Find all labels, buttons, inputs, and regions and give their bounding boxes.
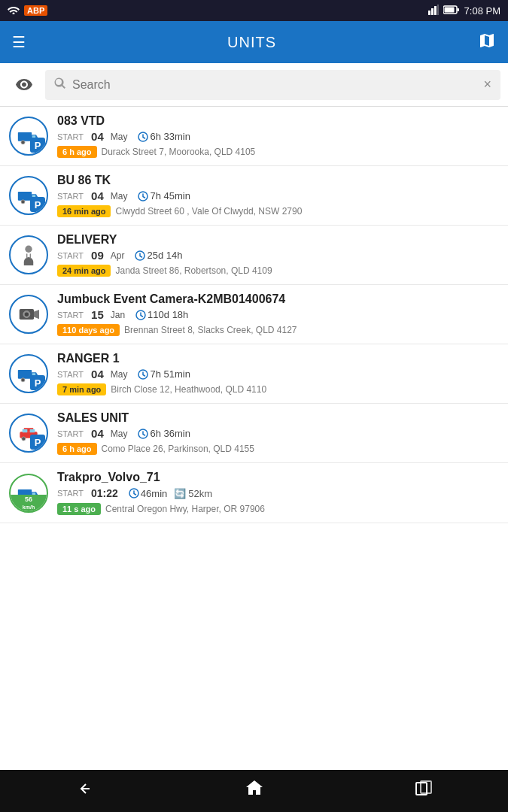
status-bar-left: ABP <box>8 5 47 17</box>
unit-time-address: 16 min ago Clwydd Street 60 , Vale Of Cl… <box>57 205 499 217</box>
time-badge: 6 h ago <box>57 146 97 158</box>
svg-rect-6 <box>457 8 459 11</box>
unit-address: Clwydd Street 60 , Vale Of Clwydd, NSW 2… <box>115 206 302 217</box>
page-title: UNITS <box>227 34 276 51</box>
unit-row[interactable]: P BU 86 TK START 04May 7h 45min 16 min a… <box>0 166 508 226</box>
abp-icon: ABP <box>24 5 47 16</box>
unit-meta: START 04May 6h 36min <box>57 427 499 440</box>
home-button[interactable] <box>229 771 280 811</box>
svg-point-13 <box>21 200 25 204</box>
time-display: 7:08 PM <box>464 5 500 17</box>
search-input[interactable] <box>72 78 483 92</box>
top-bar: ☰ UNITS <box>0 21 508 63</box>
time-badge: 24 min ago <box>57 265 111 277</box>
unit-name: 083 VTD <box>57 114 499 128</box>
unit-time-address: 6 h ago Como Place 26, Parkinson, QLD 41… <box>57 443 499 455</box>
unit-meta: START 04May 7h 51min <box>57 368 499 380</box>
unit-row[interactable]: DELIVERY START 09Apr 25d 14h 24 min ago … <box>0 226 508 285</box>
unit-time-address: 24 min ago Janda Street 86, Robertson, Q… <box>57 265 499 277</box>
svg-marker-24 <box>34 310 39 319</box>
parking-icon: P <box>30 197 45 212</box>
unit-row[interactable]: P SALES UNIT START 04May 6h 36min 6 h ag… <box>0 404 508 463</box>
time-badge: 7 min ago <box>57 383 106 395</box>
wifi-icon <box>8 5 20 17</box>
svg-point-34 <box>22 437 26 441</box>
svg-rect-1 <box>431 8 433 15</box>
unit-meta: START 01:22 46min 🔄 52km <box>57 486 499 500</box>
parking-icon: P <box>30 375 45 390</box>
svg-point-8 <box>21 141 25 144</box>
unit-meta: START 04May 6h 33min <box>57 130 499 143</box>
unit-time-address: 6 h ago Durack Street 7, Moorooka, QLD 4… <box>57 146 499 158</box>
svg-rect-19 <box>30 253 32 258</box>
unit-meta: START 09Apr 25d 14h <box>57 249 499 262</box>
speed-badge: 56km/h <box>11 495 47 511</box>
unit-meta: START 04May 7h 45min <box>57 189 499 202</box>
unit-info: RANGER 1 START 04May 7h 51min 7 min ago … <box>57 352 499 395</box>
unit-avatar <box>9 235 48 274</box>
unit-name: DELIVERY <box>57 233 499 247</box>
unit-list: P 083 VTD START 04May 6h 33min 6 h ago D… <box>0 107 508 770</box>
map-button[interactable] <box>478 32 496 53</box>
recent-apps-button[interactable] <box>398 771 449 811</box>
search-icon <box>54 77 66 92</box>
unit-row[interactable]: Jumbuck Event Camera-K2MB01400674 START … <box>0 285 508 344</box>
unit-name: BU 86 TK <box>57 174 499 187</box>
unit-avatar <box>9 295 48 334</box>
time-badge: 16 min ago <box>57 205 111 217</box>
unit-row[interactable]: 56km/h Trakpro_Volvo_71 START 01:22 46mi… <box>0 463 508 523</box>
time-badge: 11 s ago <box>57 503 101 515</box>
svg-rect-3 <box>437 5 439 15</box>
unit-avatar: P <box>9 354 48 393</box>
unit-name: SALES UNIT <box>57 411 499 425</box>
clear-search-button[interactable]: × <box>483 77 491 92</box>
unit-time-address: 11 s ago Central Oregon Hwy, Harper, OR … <box>57 503 499 515</box>
svg-point-27 <box>21 378 25 382</box>
unit-address: Janda Street 86, Robertson, QLD 4109 <box>115 265 272 276</box>
unit-time-address: 7 min ago Birch Close 12, Heathwood, QLD… <box>57 383 499 395</box>
unit-name: RANGER 1 <box>57 352 499 365</box>
unit-meta: START 15Jan 110d 18h <box>57 308 499 321</box>
svg-rect-0 <box>428 11 430 15</box>
svg-point-17 <box>25 246 32 253</box>
menu-button[interactable]: ☰ <box>12 33 26 51</box>
unit-info: SALES UNIT START 04May 6h 36min 6 h ago … <box>57 411 499 455</box>
unit-avatar: P <box>9 414 48 453</box>
unit-row[interactable]: P 083 VTD START 04May 6h 33min 6 h ago D… <box>0 107 508 166</box>
unit-address: Birch Close 12, Heathwood, QLD 4110 <box>111 384 266 395</box>
unit-name: Trakpro_Volvo_71 <box>57 471 499 484</box>
svg-point-23 <box>25 312 29 316</box>
parking-icon: P <box>30 435 45 450</box>
unit-info: Trakpro_Volvo_71 START 01:22 46min 🔄 52k… <box>57 471 499 515</box>
battery-icon <box>443 5 460 17</box>
unit-address: Brennan Street 8, Slacks Creek, QLD 4127 <box>124 325 297 335</box>
nav-bar <box>0 770 508 812</box>
time-badge: 110 days ago <box>57 324 120 336</box>
unit-name: Jumbuck Event Camera-K2MB01400674 <box>57 292 499 306</box>
unit-info: DELIVERY START 09Apr 25d 14h 24 min ago … <box>57 233 499 277</box>
svg-rect-33 <box>30 429 35 432</box>
unit-info: BU 86 TK START 04May 7h 45min 16 min ago… <box>57 174 499 217</box>
svg-rect-5 <box>444 7 454 12</box>
unit-avatar: 56km/h <box>9 474 48 513</box>
unit-time-address: 110 days ago Brennan Street 8, Slacks Cr… <box>57 324 499 336</box>
search-bar: × <box>0 63 508 107</box>
unit-address: Como Place 26, Parkinson, QLD 4155 <box>102 444 254 454</box>
svg-rect-2 <box>434 6 437 15</box>
unit-info: 083 VTD START 04May 6h 33min 6 h ago Dur… <box>57 114 499 158</box>
unit-address: Central Oregon Hwy, Harper, OR 97906 <box>105 504 265 514</box>
svg-rect-18 <box>26 253 28 258</box>
time-badge: 6 h ago <box>57 443 97 455</box>
unit-row[interactable]: P RANGER 1 START 04May 7h 51min 7 min ag… <box>0 344 508 404</box>
eye-button[interactable] <box>8 68 41 102</box>
parking-icon: P <box>30 138 45 153</box>
unit-address: Durack Street 7, Moorooka, QLD 4105 <box>102 147 256 157</box>
status-bar-right: 7:08 PM <box>428 5 500 17</box>
unit-avatar: P <box>9 176 48 215</box>
back-button[interactable] <box>59 771 111 811</box>
svg-rect-32 <box>23 429 28 432</box>
unit-avatar: P <box>9 117 48 156</box>
search-input-wrap: × <box>45 70 500 100</box>
unit-info: Jumbuck Event Camera-K2MB01400674 START … <box>57 292 499 336</box>
signal-icon <box>428 5 439 17</box>
